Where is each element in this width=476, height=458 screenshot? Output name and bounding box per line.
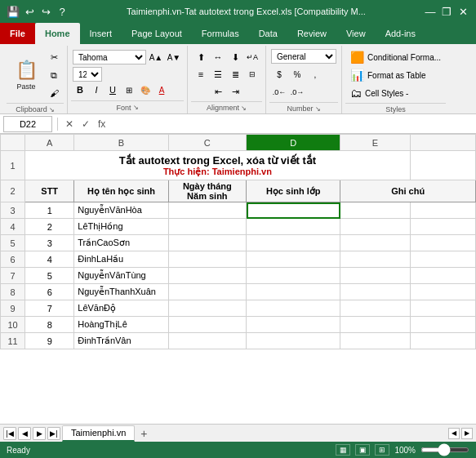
cell-b4[interactable]: LêThịHồng (74, 219, 168, 235)
row-num-10[interactable]: 10 (1, 317, 25, 333)
cell-c11[interactable] (168, 333, 246, 349)
cell-e6[interactable] (340, 251, 410, 268)
number-expand-icon[interactable]: ↘ (315, 105, 321, 113)
align-middle-button[interactable]: ↔ (210, 49, 226, 65)
comma-button[interactable]: , (307, 66, 323, 82)
scroll-right-button[interactable]: ▶ (461, 428, 473, 439)
cell-e5[interactable] (340, 235, 410, 251)
zoom-slider[interactable] (420, 447, 469, 452)
underline-button[interactable]: U (105, 82, 120, 97)
number-format-select[interactable]: General (271, 49, 336, 64)
minimize-button[interactable]: — (422, 3, 438, 20)
cell-d8[interactable] (247, 284, 340, 300)
view-normal-button[interactable]: ▦ (336, 444, 350, 456)
cell-f1[interactable] (410, 151, 475, 180)
cell-d6[interactable] (247, 251, 340, 268)
cell-a11[interactable]: 9 (25, 333, 74, 349)
col-header-f[interactable] (410, 135, 475, 151)
col-header-c[interactable]: C (168, 135, 246, 151)
restore-button[interactable]: ❐ (438, 3, 455, 20)
cell-f5[interactable] (410, 235, 475, 251)
row-num-8[interactable]: 8 (1, 284, 25, 300)
cell-e4[interactable] (340, 219, 410, 235)
save-button[interactable]: 💾 (5, 3, 21, 20)
cell-d11[interactable] (247, 333, 340, 349)
align-top-button[interactable]: ⬆ (193, 49, 209, 65)
row-num-4[interactable]: 4 (1, 219, 25, 235)
cell-b8[interactable]: NguyễnThanhXuân (74, 284, 168, 300)
cell-a4[interactable]: 2 (25, 219, 74, 235)
cell-f6[interactable] (410, 251, 475, 268)
currency-button[interactable]: $ (271, 66, 287, 82)
italic-button[interactable]: I (89, 82, 104, 97)
view-layout-button[interactable]: ▣ (355, 444, 370, 456)
cell-e10[interactable] (340, 317, 410, 333)
tab-insert[interactable]: Insert (80, 23, 122, 44)
tab-addins[interactable]: Add-ins (376, 23, 425, 44)
font-expand-icon[interactable]: ↘ (133, 104, 139, 111)
redo-button[interactable]: ↪ (38, 3, 54, 20)
font-color-button[interactable]: A (154, 82, 169, 97)
cell-d7[interactable] (247, 268, 340, 284)
cell-c6[interactable] (168, 251, 246, 268)
cell-b10[interactable]: HoàngThịLê (74, 317, 168, 333)
bold-button[interactable]: B (73, 82, 87, 97)
row-num-7[interactable]: 7 (1, 268, 25, 284)
close-button[interactable]: ✕ (455, 3, 471, 20)
cell-c4[interactable] (168, 219, 246, 235)
wrap-text-button[interactable]: ↵A (244, 49, 260, 65)
fill-color-button[interactable]: 🎨 (138, 82, 153, 97)
cell-f3[interactable] (410, 202, 475, 219)
cell-a1[interactable]: Tắt autotext trong Excel, xóa từ viết tắ… (25, 151, 411, 180)
add-sheet-button[interactable]: + (136, 426, 151, 441)
sheet-nav-first[interactable]: |◀ (3, 427, 16, 440)
percent-button[interactable]: % (289, 66, 305, 82)
cell-b5[interactable]: TrầnCaoSơn (74, 235, 168, 251)
cell-e11[interactable] (340, 333, 410, 349)
cell-d10[interactable] (247, 317, 340, 333)
sheet-nav-last[interactable]: ▶| (47, 427, 60, 440)
cell-a3[interactable]: 1 (25, 202, 74, 219)
cell-b9[interactable]: LêVănĐộ (74, 300, 168, 317)
increase-decimal-button[interactable]: .0→ (289, 84, 305, 100)
col-header-a[interactable]: A (25, 135, 74, 151)
cell-d2[interactable]: Học sinh lớp (247, 180, 340, 202)
cell-c3[interactable] (168, 202, 246, 219)
cut-button[interactable]: ✂ (46, 49, 62, 65)
cell-a10[interactable]: 8 (25, 317, 74, 333)
cell-e8[interactable] (340, 284, 410, 300)
cell-c5[interactable] (168, 235, 246, 251)
scroll-left-button[interactable]: ◀ (448, 428, 460, 439)
font-size-select[interactable]: 12 (73, 67, 102, 82)
align-left-button[interactable]: ≡ (193, 66, 209, 82)
cell-b7[interactable]: NguyễnVănTùng (74, 268, 168, 284)
cell-a5[interactable]: 3 (25, 235, 74, 251)
paste-button[interactable]: 📋 Paste (8, 51, 44, 100)
cell-a9[interactable]: 7 (25, 300, 74, 317)
tab-home[interactable]: Home (35, 23, 80, 44)
tab-data[interactable]: Data (249, 23, 287, 44)
conditional-format-button[interactable]: 🟧 Conditional Forma... (347, 49, 444, 65)
sheet-nav-prev[interactable]: ◀ (18, 427, 31, 440)
clipboard-expand-icon[interactable]: ↘ (49, 106, 55, 113)
cell-a7[interactable]: 5 (25, 268, 74, 284)
cell-e7[interactable] (340, 268, 410, 284)
copy-button[interactable]: ⧉ (46, 67, 62, 83)
cell-f7[interactable] (410, 268, 475, 284)
cell-b3[interactable]: NguyễnVănHòa (74, 202, 168, 219)
tab-view[interactable]: View (336, 23, 376, 44)
cell-b6[interactable]: ĐinhLaHầu (74, 251, 168, 268)
cell-e9[interactable] (340, 300, 410, 317)
format-painter-button[interactable]: 🖌 (46, 85, 62, 101)
cell-d9[interactable] (247, 300, 340, 317)
corner-header[interactable] (1, 135, 25, 151)
cell-a6[interactable]: 4 (25, 251, 74, 268)
cell-e2[interactable]: Ghi chú (340, 180, 476, 202)
view-page-button[interactable]: ⊞ (375, 444, 389, 456)
cell-f9[interactable] (410, 300, 475, 317)
col-header-d[interactable]: D (247, 135, 340, 151)
confirm-formula-icon[interactable]: ✓ (79, 118, 92, 130)
sheet-nav-next[interactable]: ▶ (33, 427, 46, 440)
tab-file[interactable]: File (0, 23, 35, 44)
increase-indent-button[interactable]: ⇥ (227, 83, 243, 100)
